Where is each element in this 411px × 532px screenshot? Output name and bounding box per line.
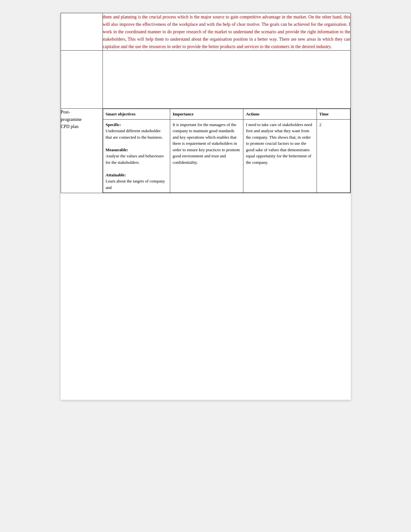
cpd-table-cell: Smart objectives Importance Actions Time bbox=[103, 109, 350, 193]
top-label bbox=[61, 13, 103, 51]
top-paragraph: them and planning is the crucial process… bbox=[103, 13, 350, 50]
cpd-label-text: Post- programme CPD plan bbox=[61, 110, 82, 129]
cpd-label-cell: Post- programme CPD plan bbox=[61, 109, 103, 193]
actions-cell-1: I need to take care of stakeholders need… bbox=[243, 119, 317, 193]
time-cell-1: 2 bbox=[317, 119, 350, 193]
cpd-inner-table: Smart objectives Importance Actions Time bbox=[103, 109, 350, 193]
measurable-label: Measurable: bbox=[106, 147, 128, 152]
top-content-cell: them and planning is the crucial process… bbox=[103, 13, 350, 51]
header-time: Time bbox=[317, 109, 350, 120]
importance-cell-1: It is important for the managers of the … bbox=[170, 119, 243, 193]
table-row: Specific: Understand different stakehold… bbox=[103, 119, 350, 193]
header-smart-objectives: Smart objectives bbox=[103, 109, 170, 120]
spacer-content bbox=[103, 51, 350, 109]
attainable-label: Attainable: bbox=[106, 172, 126, 177]
spacer-label bbox=[61, 51, 103, 109]
smart-cell-1: Specific: Understand different stakehold… bbox=[103, 119, 170, 193]
specific-label: Specific: bbox=[106, 122, 121, 127]
table-header-row: Smart objectives Importance Actions Time bbox=[103, 109, 350, 120]
header-actions: Actions bbox=[243, 109, 317, 120]
header-importance: Importance bbox=[170, 109, 243, 120]
